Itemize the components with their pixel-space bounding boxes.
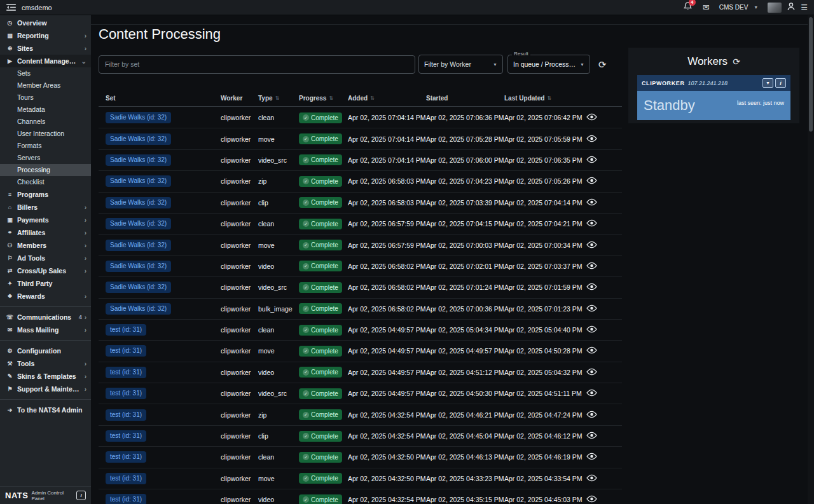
view-details-button[interactable] — [586, 304, 597, 313]
sidebar-subitem-processing[interactable]: Processing — [0, 164, 91, 176]
sidebar-subitem-checklist[interactable]: Checklist — [0, 176, 91, 188]
view-details-button[interactable] — [586, 198, 597, 207]
view-details-button[interactable] — [586, 474, 597, 483]
sidebar-subitem-sets[interactable]: Sets — [0, 67, 91, 79]
sidebar-subitem-member-areas[interactable]: Member Areas — [0, 79, 91, 92]
menu-button[interactable]: ☰ — [801, 4, 808, 11]
sidebar-item-to-the-nats4-admin[interactable]: ➔To the NATS4 Admin — [0, 404, 91, 416]
sidebar-item-reporting[interactable]: ▤Reporting› — [0, 29, 91, 42]
column-header-progress[interactable]: Progress⇅ — [299, 95, 348, 102]
sidebar-subitem-metadata[interactable]: Metadata — [0, 104, 91, 116]
set-cell: test (id: 31) — [106, 345, 221, 357]
account-button[interactable] — [787, 2, 795, 13]
view-details-button[interactable] — [586, 283, 597, 292]
filter-by-worker-select[interactable]: Filter by Worker ▼ — [418, 55, 503, 74]
set-link[interactable]: Sadie Walks (id: 32) — [106, 240, 171, 251]
set-link[interactable]: Sadie Walks (id: 32) — [106, 197, 171, 208]
sidebar-item-content-management[interactable]: ▶Content Management⌄ — [0, 55, 91, 67]
scrollbar-thumb[interactable] — [809, 17, 813, 132]
sidebar-item-third-party[interactable]: ✦Third Party — [0, 277, 91, 290]
sidebar-item-support-maintenance[interactable]: ⚑Support & Maintenance› — [0, 383, 91, 395]
sidebar-item-affiliates[interactable]: ⚭Affiliates› — [0, 226, 91, 239]
sidebar-item-payments[interactable]: ▣Payments› — [0, 214, 91, 226]
sidebar-item-skins-templates[interactable]: ✎Skins & Templates› — [0, 370, 91, 383]
set-link[interactable]: Sadie Walks (id: 32) — [106, 133, 171, 145]
view-details-button[interactable] — [586, 411, 597, 419]
sidebar-subitem-channels[interactable]: Channels — [0, 116, 91, 128]
set-cell: Sadie Walks (id: 32) — [106, 112, 221, 123]
set-link[interactable]: test (id: 31) — [106, 324, 146, 336]
set-link[interactable]: Sadie Walks (id: 32) — [106, 261, 171, 272]
sidebar-item-rewards[interactable]: ❖Rewards› — [0, 290, 91, 303]
view-details-button[interactable] — [586, 177, 597, 186]
started-cell: Apr 02, 2025 07:06:36 PM — [426, 114, 504, 121]
workers-refresh-icon[interactable]: ⟳ — [733, 57, 740, 66]
set-link[interactable]: test (id: 31) — [106, 451, 146, 463]
view-details-button[interactable] — [586, 219, 597, 228]
set-link[interactable]: test (id: 31) — [106, 430, 146, 442]
view-details-button[interactable] — [586, 432, 597, 440]
view-details-button[interactable] — [586, 262, 597, 271]
set-link[interactable]: test (id: 31) — [106, 473, 146, 484]
filter-by-set-input[interactable] — [99, 55, 415, 74]
view-details-button[interactable] — [586, 453, 597, 461]
set-link[interactable]: Sadie Walks (id: 32) — [106, 282, 171, 293]
chevron-right-icon: › — [85, 373, 86, 380]
view-details-button[interactable] — [586, 156, 597, 165]
sidebar-subitem-user-interaction[interactable]: User Interaction — [0, 128, 91, 140]
sidebar-toggle-icon[interactable] — [6, 4, 16, 11]
view-details-button[interactable] — [586, 495, 597, 504]
view-details-button[interactable] — [586, 368, 597, 377]
set-link[interactable]: Sadie Walks (id: 32) — [106, 218, 171, 229]
set-link[interactable]: Sadie Walks (id: 32) — [106, 175, 171, 187]
sidebar-item-label: Support & Maintenance — [17, 385, 82, 393]
sidebar-item-configuration[interactable]: ⚙Configuration — [0, 344, 91, 357]
environment-selector[interactable]: CMS DEV ▼ — [719, 4, 759, 11]
info-icon[interactable]: i — [76, 491, 86, 500]
sidebar-item-members[interactable]: ⚇Members› — [0, 239, 91, 252]
sidebar-item-programs[interactable]: ≡Programs — [0, 188, 91, 201]
set-link[interactable]: Sadie Walks (id: 32) — [106, 112, 171, 123]
sidebar-item-overview[interactable]: ◷Overview — [0, 17, 91, 29]
column-header-type[interactable]: Type⇅ — [258, 95, 299, 102]
set-link[interactable]: test (id: 31) — [106, 345, 146, 357]
view-details-button[interactable] — [586, 389, 597, 398]
view-details-button[interactable] — [586, 241, 597, 250]
messages-button[interactable]: ✉ — [703, 3, 710, 11]
sidebar-item-label: Reporting — [17, 32, 82, 39]
speaker-icon: ☏ — [6, 314, 14, 320]
progress-cell: ✓Complete — [299, 388, 348, 399]
set-link[interactable]: test (id: 31) — [106, 388, 146, 399]
sidebar-item-billers[interactable]: ⌂Billers› — [0, 201, 91, 214]
avatar-image[interactable] — [768, 3, 782, 13]
refresh-icon[interactable]: ⟳ — [598, 60, 607, 69]
column-header-updated[interactable]: Last Updated⇅ — [504, 95, 586, 102]
set-link[interactable]: Sadie Walks (id: 32) — [106, 154, 171, 166]
sidebar-item-cross-up-sales[interactable]: ⇄Cross/Up Sales› — [0, 264, 91, 277]
sidebar-subitem-tours[interactable]: Tours — [0, 92, 91, 104]
result-select[interactable]: In queue / Processing, Pro... ▼ — [507, 55, 590, 74]
set-link[interactable]: Sadie Walks (id: 32) — [106, 303, 171, 315]
worker-filter-button[interactable]: ▼ — [762, 78, 773, 88]
sidebar-item-sites[interactable]: ⊕Sites› — [0, 42, 91, 55]
sidebar-subitem-servers[interactable]: Servers — [0, 152, 91, 164]
set-cell: Sadie Walks (id: 32) — [106, 154, 221, 166]
sidebar-subitem-formats[interactable]: Formats — [0, 140, 91, 152]
view-details-button[interactable] — [586, 113, 597, 122]
sidebar-item-mass-mailing[interactable]: ✉Mass Mailing› — [0, 324, 91, 336]
notifications-button[interactable]: 4 — [684, 2, 692, 13]
worker-info-button[interactable]: i — [775, 78, 786, 88]
sidebar-item-tools[interactable]: ⚒Tools› — [0, 357, 91, 370]
progress-cell: ✓Complete — [299, 219, 348, 229]
set-link[interactable]: test (id: 31) — [106, 367, 146, 378]
set-link[interactable]: test (id: 31) — [106, 494, 146, 504]
view-details-button[interactable] — [586, 325, 597, 334]
view-details-button[interactable] — [586, 135, 597, 144]
view-details-button[interactable] — [586, 346, 597, 355]
set-link[interactable]: test (id: 31) — [106, 409, 146, 421]
column-header-added[interactable]: Added⇅ — [348, 95, 426, 102]
sidebar-item-ad-tools[interactable]: ⚐Ad Tools› — [0, 252, 91, 264]
brush-icon: ✎ — [6, 373, 14, 379]
sidebar-item-communications[interactable]: ☏Communications4› — [0, 311, 91, 324]
page-scrollbar[interactable] — [808, 15, 814, 504]
